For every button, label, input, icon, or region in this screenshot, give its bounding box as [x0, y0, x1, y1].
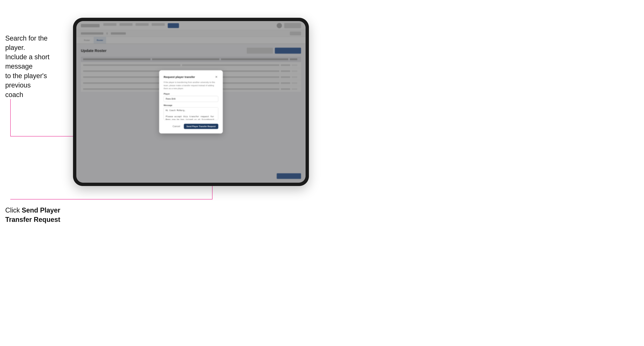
device-screen: Roster Roster Update Roster — [76, 21, 306, 183]
player-label: Player — [164, 93, 218, 95]
send-transfer-request-button[interactable]: Send Player Transfer Request — [184, 124, 218, 129]
modal-dialog: Request player transfer ✕ If the player … — [159, 70, 223, 134]
arrow-1-vertical — [10, 99, 11, 137]
arrow-2-horizontal — [10, 199, 212, 199]
annotation-click: Click Send PlayerTransfer Request — [5, 206, 60, 224]
close-icon[interactable]: ✕ — [214, 75, 218, 79]
message-label: Message — [164, 104, 218, 106]
app-container: Roster Roster Update Roster — [76, 21, 306, 183]
device-frame: Roster Roster Update Roster — [73, 18, 309, 186]
modal-description: If the player is transferring from anoth… — [164, 81, 218, 90]
annotation-search: Search for the player. — [5, 34, 58, 52]
message-textarea[interactable]: Hi Coach McHarg, Please accept this tran… — [164, 107, 218, 120]
cancel-button[interactable]: Cancel — [171, 124, 182, 129]
player-input[interactable] — [164, 96, 218, 102]
modal-overlay: Request player transfer ✕ If the player … — [76, 21, 306, 183]
modal-title: Request player transfer — [164, 75, 195, 78]
annotation-message: Include a short messageto the player's p… — [5, 52, 69, 99]
